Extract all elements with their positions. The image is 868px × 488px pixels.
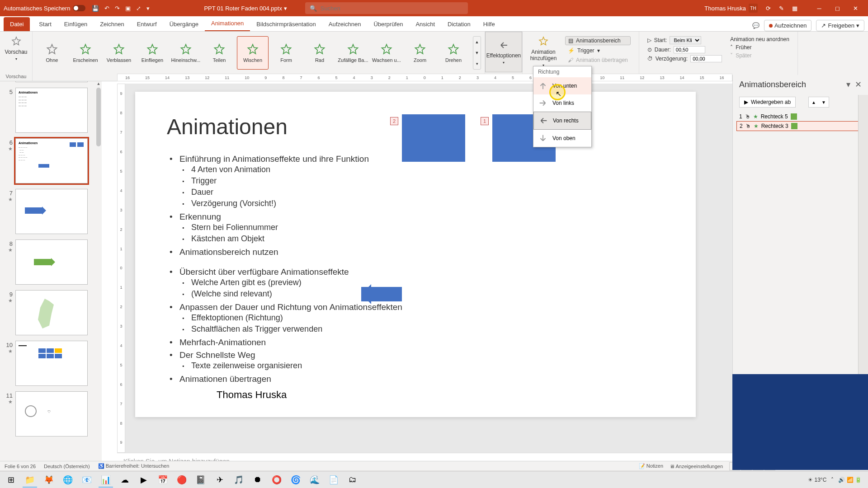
anim-rad[interactable]: Rad <box>304 36 335 70</box>
sub-bullet[interactable]: Effektoptionen (Richtung) <box>179 312 664 324</box>
tab-slideshow[interactable]: Bildschirmpräsentation <box>250 17 322 31</box>
close-button[interactable]: ✕ <box>846 0 864 16</box>
move-up-icon[interactable]: ▲ <box>809 97 819 107</box>
bullet-item[interactable]: Animationen übertragen <box>167 373 664 385</box>
trigger-button[interactable]: ⚡Trigger ▾ <box>565 47 631 55</box>
weather-widget[interactable]: ☀ 13°C <box>808 477 826 483</box>
tray-chevron-icon[interactable]: ˄ <box>831 477 834 483</box>
sub-bullet[interactable]: Schaltflächen als Trigger verwenden <box>179 324 664 335</box>
gallery-up-icon[interactable]: ▲ <box>473 37 481 47</box>
animation-tag-2[interactable]: 2 <box>390 117 398 125</box>
edge-icon[interactable]: 🌊 <box>306 472 324 488</box>
accessibility-status[interactable]: ♿ Barrierefreiheit: Untersuchen <box>98 463 170 469</box>
direction-from-top[interactable]: Von oben <box>533 130 591 147</box>
app-icon-6[interactable]: 🌀 <box>287 472 305 488</box>
tab-file[interactable]: Datei <box>4 17 30 31</box>
bullet-item[interactable]: Animationsbereich nutzen <box>167 246 664 258</box>
bullet-item[interactable]: Der Schnellste WegTexte zeilenweise orga… <box>167 349 664 373</box>
sub-bullet[interactable]: Trigger <box>179 175 664 187</box>
anim-zufällige ba...[interactable]: Zufällige Ba... <box>337 36 369 70</box>
transfer-animation-button[interactable]: 🖌Animation übertragen <box>565 56 631 64</box>
obs-icon[interactable]: ⏺ <box>249 472 267 488</box>
draw-icon[interactable]: ✎ <box>779 5 784 12</box>
animation-pane-button[interactable]: ▤Animationsbereich <box>565 36 631 45</box>
anim-hineinschw...[interactable]: Hineinschw... <box>170 36 202 70</box>
onenote-icon[interactable]: 📓 <box>192 472 210 488</box>
thumbnail-7[interactable]: 7★ <box>0 186 95 237</box>
sub-bullet[interactable]: Welche Arten gibt es (preview) <box>179 277 664 288</box>
app-icon-8[interactable]: 🗂 <box>344 472 362 488</box>
bullet-item[interactable]: Anpassen der Dauer und Richtung von Anim… <box>167 301 664 336</box>
anim-entry-1[interactable]: 1🖱★Rechteck 5 <box>736 112 864 121</box>
search-input[interactable] <box>321 5 463 12</box>
anim-erscheinen[interactable]: Erscheinen <box>70 36 101 70</box>
sub-bullet[interactable]: Stern bei Foliennummer <box>179 222 664 233</box>
tab-animations[interactable]: Animationen <box>205 16 250 31</box>
powerpoint-icon[interactable]: 📊 <box>97 472 115 488</box>
anim-zoom[interactable]: Zoom <box>404 36 436 70</box>
firefox-icon[interactable]: 🦊 <box>40 472 58 488</box>
tray-icons[interactable]: 🔊 📶 🔋 <box>838 477 862 483</box>
minimize-button[interactable]: ─ <box>810 0 828 16</box>
anim-form[interactable]: Form <box>270 36 302 70</box>
window-icon[interactable]: ▦ <box>792 5 797 12</box>
thumbnail-10[interactable]: 10★▬▬▬ <box>0 338 95 389</box>
thumbnail-partial[interactable] <box>0 81 95 85</box>
app-icon-2[interactable]: 📅 <box>154 472 172 488</box>
anim-wachsen u...[interactable]: Wachsen u... <box>371 36 402 70</box>
anim-verblassen[interactable]: Verblassen <box>103 36 135 70</box>
language-status[interactable]: Deutsch (Österreich) <box>44 464 90 469</box>
direction-from-right[interactable]: Von rechts <box>533 112 591 130</box>
pane-options-icon[interactable]: ▾ <box>846 80 850 89</box>
sub-bullet[interactable]: Verzögerung (Vorsicht!) <box>179 198 664 209</box>
tab-draw[interactable]: Zeichnen <box>94 17 130 31</box>
tab-record[interactable]: Aufzeichnen <box>322 17 368 31</box>
thumbnail-scrollbar[interactable]: ▲ ▼ <box>95 81 102 470</box>
anim-teilen[interactable]: Teilen <box>203 36 235 70</box>
start-field[interactable]: ▷ Start:Beim Klicken <box>647 36 722 44</box>
vlc-icon[interactable]: ▶ <box>135 472 153 488</box>
app-icon-7[interactable]: 📄 <box>325 472 343 488</box>
delay-field[interactable]: ⏱ Verzögerung: <box>647 55 722 62</box>
duration-field[interactable]: ⊙ Dauer: <box>647 46 722 53</box>
thumbnail-8[interactable]: 8★ <box>0 237 95 287</box>
scroll-up-icon[interactable]: ▲ <box>95 81 102 88</box>
thumbnail-11[interactable]: 11★♡ <box>0 389 95 439</box>
sync-icon[interactable]: ⟳ <box>766 5 771 12</box>
chrome-icon[interactable]: 🌐 <box>59 472 77 488</box>
direction-from-left[interactable]: Von links <box>533 94 591 112</box>
pane-close-icon[interactable]: ✕ <box>855 80 862 89</box>
bullet-item[interactable]: Mehrfach-Animationen <box>167 336 664 349</box>
thumbnail-5[interactable]: 5Animationen— — —— — —— — —— — — <box>0 85 95 136</box>
share-button[interactable]: ↗Freigeben ▾ <box>816 20 864 31</box>
app-icon-4[interactable]: 🎵 <box>230 472 248 488</box>
anim-wischen[interactable]: Wischen <box>237 36 269 70</box>
anim-entry-2[interactable]: 2🖱★Rechteck 3▼ <box>736 121 864 131</box>
scrollbar-handle[interactable] <box>96 88 101 146</box>
sub-bullet[interactable]: 4 Arten von Animation <box>179 164 664 175</box>
tab-transitions[interactable]: Übergänge <box>163 17 205 31</box>
tab-dictation[interactable]: Dictation <box>441 17 477 31</box>
tab-help[interactable]: Hilfe <box>477 17 501 31</box>
user-account[interactable]: Thomas Hruska TH <box>704 4 758 13</box>
notes-toggle[interactable]: 📝 Notizen <box>639 463 663 469</box>
maximize-button[interactable]: ◻ <box>828 0 846 16</box>
sub-bullet[interactable]: Texte zeilenweise organisieren <box>179 360 664 371</box>
tab-view[interactable]: Ansicht <box>409 17 441 31</box>
sub-bullet[interactable]: (Welche sind relevant) <box>179 288 664 300</box>
app-icon-3[interactable]: 🔴 <box>173 472 191 488</box>
tab-review[interactable]: Überprüfen <box>367 17 409 31</box>
sub-bullet[interactable]: Dauer <box>179 187 664 198</box>
move-later-button[interactable]: ˅ Später <box>730 52 789 59</box>
bullet-item[interactable]: Übersicht über verfügbare Animationseffe… <box>167 266 664 301</box>
tab-start[interactable]: Start <box>33 17 57 31</box>
start-button[interactable]: ⊞ <box>2 472 20 488</box>
add-animation-button[interactable]: Animation hinzufügen ▾ <box>526 33 561 70</box>
direction-from-bottom[interactable]: Von unten <box>533 77 591 94</box>
display-settings[interactable]: 🖥 Anzeigeeinstellungen <box>670 464 723 469</box>
search-box[interactable]: 🔍 <box>305 2 468 14</box>
anim-drehen[interactable]: Drehen <box>438 36 469 70</box>
thumbnail-6[interactable]: 6★Animationen— — — — — — — —— — —— — — —… <box>0 136 95 186</box>
app-icon[interactable]: ☁ <box>116 472 134 488</box>
redo-icon[interactable]: ↷ <box>115 5 120 12</box>
